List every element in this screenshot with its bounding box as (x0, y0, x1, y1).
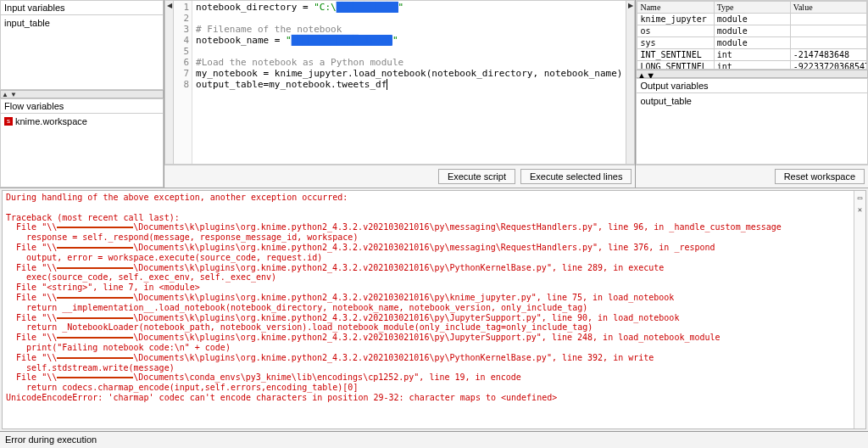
right-buttons: Reset workspace (636, 165, 868, 188)
t: File "\\ (6, 353, 57, 362)
chevron-right-icon[interactable]: ▶ (626, 1, 634, 164)
redacted (57, 337, 133, 339)
redacted (57, 247, 133, 249)
code-editor[interactable]: ◀ 1 2 3 4 5 6 7 8 notebook_directory = "… (164, 0, 635, 165)
t: " (286, 35, 292, 46)
t: print("Failing notebook code:\n" + code) (6, 343, 231, 352)
comment: # Filename of the notebook (196, 24, 342, 35)
cell: module (714, 37, 790, 49)
input-table-item[interactable]: input_table (3, 17, 161, 29)
output-table-item[interactable]: output_table (638, 95, 865, 107)
t: \Documents\k\plugins\org.knime.python2_4… (133, 263, 664, 272)
variables-table[interactable]: Name Type Value knime_jupytermoduleosmod… (636, 0, 868, 70)
line-gutter: 1 2 3 4 5 6 7 8 (174, 1, 192, 164)
t: File "\\ (6, 333, 57, 342)
t: UnicodeEncodeError: 'charmap' codec can'… (6, 393, 557, 402)
t: File "\\ (6, 372, 57, 382)
col-value[interactable]: Value (790, 2, 866, 14)
editor-buttons: Execute script Execute selected lines (164, 165, 635, 188)
table-row[interactable]: osmodule (637, 25, 867, 37)
cell: LONG_SENTINEL (637, 61, 714, 70)
status-bar: Error during execution (0, 431, 868, 448)
reset-workspace-button[interactable]: Reset workspace (775, 169, 865, 184)
cell: int (714, 49, 790, 61)
t: self.stdstream.write(message) (6, 363, 175, 372)
redacted: ████████████.ipynb (292, 35, 392, 46)
collapse-icon[interactable]: ▭ (856, 193, 865, 202)
chevron-left-icon[interactable]: ◀ (165, 1, 174, 164)
chevron-up-icon: ▲ (637, 70, 646, 77)
string-icon: s (4, 117, 13, 126)
t: response = self._respond(message, respon… (6, 232, 358, 242)
cell: knime_jupyter (637, 14, 714, 25)
cell: INT_SENTINEL (637, 49, 714, 61)
ln: 7 (174, 68, 189, 79)
t: notebook_name = (196, 35, 286, 46)
t: \Documents\k\plugins\org.knime.python2_4… (133, 313, 679, 322)
ln: 6 (174, 57, 189, 68)
editor-column: ◀ 1 2 3 4 5 6 7 8 notebook_directory = "… (164, 0, 636, 188)
t: File "\\ (6, 313, 57, 322)
col-type[interactable]: Type (714, 2, 790, 14)
output-variables-body[interactable]: output_table (636, 93, 868, 165)
table-row[interactable]: INT_SENTINELint-2147483648 (637, 49, 867, 61)
table-row[interactable]: knime_jupytermodule (637, 14, 867, 25)
cell: -2147483648 (790, 49, 866, 61)
clear-icon[interactable]: ✕ (856, 205, 865, 214)
redacted (57, 297, 133, 299)
t: File "\\ (6, 293, 57, 302)
flow-var-label: knime.workspace (15, 116, 87, 126)
col-name[interactable]: Name (637, 2, 714, 14)
console-toolbar: ▭ ✕ (854, 191, 865, 428)
cell: module (714, 14, 790, 25)
cell: int (714, 61, 790, 70)
redacted (57, 317, 133, 319)
t: \Documents\k\plugins\org.knime.python2_4… (133, 353, 654, 362)
ln: 2 (174, 13, 189, 24)
t: File "\\ (6, 243, 57, 252)
input-variables-body[interactable]: input_table (0, 15, 164, 90)
t: "C:\ (314, 2, 337, 13)
ln: 5 (174, 46, 189, 57)
splitter-left[interactable]: ▲▼ (0, 90, 164, 98)
cell: module (714, 25, 790, 37)
table-header-row: Name Type Value (637, 2, 867, 14)
redacted (57, 377, 133, 378)
comment: #Load the notebook as a Python module (196, 57, 403, 68)
ln: 3 (174, 24, 189, 35)
cell (790, 37, 866, 49)
redacted (57, 357, 133, 359)
table-row[interactable]: LONG_SENTINELint-922337203685477... (637, 61, 867, 70)
cell: os (637, 25, 714, 37)
t: output_table=my_notebook.tweets_df (196, 79, 387, 90)
flow-var-item[interactable]: sknime.workspace (3, 115, 161, 127)
t: " (392, 35, 398, 46)
execute-script-button[interactable]: Execute script (438, 169, 515, 184)
t: return _NotebookLoader(notebook_path, no… (6, 322, 593, 332)
splitter-right[interactable]: ▲▼ (636, 70, 868, 78)
t: " (398, 2, 404, 13)
t: During handling of the above exception, … (6, 193, 348, 202)
execute-selected-button[interactable]: Execute selected lines (520, 169, 632, 184)
vars-table: Name Type Value knime_jupytermoduleosmod… (637, 1, 867, 70)
code-area[interactable]: notebook_directory = "C:\███████████" # … (192, 1, 626, 164)
flow-variables-header: Flow variables (0, 98, 164, 114)
input-variables-header: Input variables (0, 0, 164, 15)
t: \Documents\conda_envs\py3_knime\lib\enco… (133, 372, 521, 382)
t: File "<string>", line 7, in <module> (6, 283, 200, 292)
cursor (387, 79, 387, 90)
right-column: Name Type Value knime_jupytermoduleosmod… (636, 0, 868, 188)
table-row[interactable]: sysmodule (637, 37, 867, 49)
t: \Documents\k\plugins\org.knime.python2_4… (133, 333, 720, 342)
chevron-down-icon: ▼ (646, 70, 655, 77)
cell (790, 25, 866, 37)
redacted: ███████████ (337, 2, 398, 13)
redacted (57, 267, 133, 269)
t: File "\\ (6, 222, 57, 232)
flow-variables-body[interactable]: sknime.workspace (0, 114, 164, 188)
cell (790, 14, 866, 25)
t: \Documents\k\plugins\org.knime.python2_4… (133, 243, 715, 252)
t: File "\\ (6, 263, 57, 272)
t: \Documents\k\plugins\org.knime.python2_4… (133, 293, 674, 302)
console-output[interactable]: During handling of the above exception, … (2, 190, 866, 429)
